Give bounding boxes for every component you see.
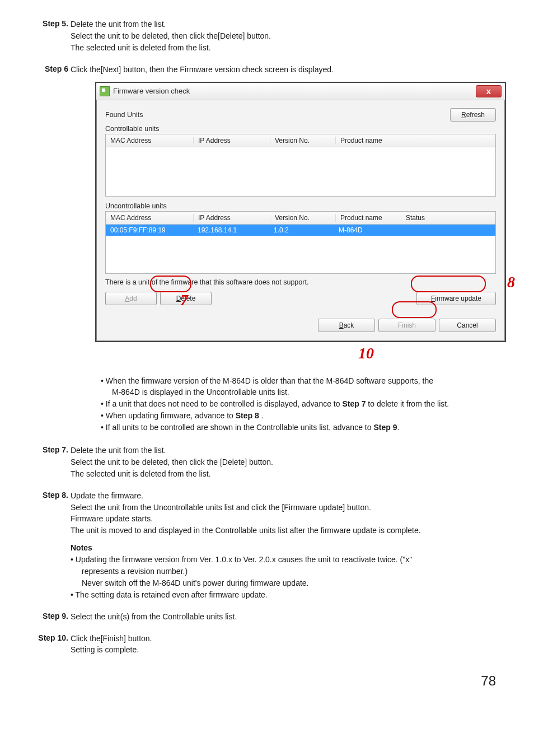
step8-line1: Update the firmware. bbox=[71, 491, 500, 501]
step5-line3: The selected unit is deleted from the li… bbox=[71, 43, 500, 53]
col-ip: IP Address bbox=[194, 137, 270, 144]
cell-prod: M-864D bbox=[334, 226, 495, 234]
list-header: MAC Address IP Address Version No. Produ… bbox=[106, 212, 495, 225]
step8-note1c: Never switch off the M-864D unit's power… bbox=[71, 578, 500, 589]
uncontrollable-units-list[interactable]: MAC Address IP Address Version No. Produ… bbox=[105, 211, 496, 274]
app-icon bbox=[100, 86, 110, 96]
step7-line3: The selected unit is deleted from the li… bbox=[71, 469, 500, 479]
step8-note1b: represents a revision number.) bbox=[71, 566, 500, 577]
list-header: MAC Address IP Address Version No. Produ… bbox=[106, 134, 495, 147]
col-prod: Product name bbox=[336, 137, 495, 144]
dialog-titlebar: Firmware version check x bbox=[96, 83, 505, 100]
step8-note2: • The setting data is retained even afte… bbox=[71, 590, 500, 600]
found-units-label: Found Units bbox=[105, 111, 143, 119]
step-label: Step 7. bbox=[34, 445, 71, 454]
step-label: Step 10. bbox=[34, 633, 71, 642]
annotation-number-8: 8 bbox=[507, 273, 515, 291]
refresh-button[interactable]: Refresh bbox=[450, 108, 496, 122]
add-button: Add bbox=[105, 292, 157, 305]
step9-line1: Select the unit(s) from the Controllable… bbox=[71, 612, 500, 622]
step6-line1: Click the[Next] button, then the Firmwar… bbox=[71, 64, 500, 75]
step7-line1: Delete the unit from the list. bbox=[71, 445, 500, 456]
step10-line2: Setting is complete. bbox=[71, 645, 500, 655]
col-prod: Product name bbox=[336, 214, 401, 222]
step5-line2: Select the unit to be deleted, then clic… bbox=[71, 31, 500, 41]
col-ver: Version No. bbox=[270, 214, 336, 222]
cell-ver: 1.0.2 bbox=[269, 226, 334, 234]
support-message: There is a unit of the firmware that thi… bbox=[105, 278, 496, 286]
table-row[interactable]: 00:05:F9:FF:89:19 192.168.14.1 1.0.2 M-8… bbox=[106, 225, 495, 236]
step10-line1: Click the[Finish] button. bbox=[71, 633, 500, 644]
firmware-update-button[interactable]: Firmware update bbox=[416, 292, 496, 305]
controllable-units-list[interactable]: MAC Address IP Address Version No. Produ… bbox=[105, 134, 496, 197]
bullet-3: • When updating firmware, advance to Ste… bbox=[101, 410, 500, 421]
step8-note1a: • Updating the firmware version from Ver… bbox=[71, 554, 500, 565]
step-label: Step 8. bbox=[34, 491, 71, 500]
col-ver: Version No. bbox=[270, 137, 336, 144]
dialog-title: Firmware version check bbox=[113, 87, 190, 95]
finish-button: Finish bbox=[378, 319, 435, 332]
firmware-dialog: Firmware version check x Found Units Ref… bbox=[95, 82, 506, 342]
col-mac: MAC Address bbox=[106, 214, 194, 222]
delete-button[interactable]: Delete bbox=[160, 292, 212, 305]
step7-line2: Select the unit to be deleted, then clic… bbox=[71, 457, 500, 468]
step5-line1: Delete the unit from the list. bbox=[71, 19, 500, 30]
notes-heading: Notes bbox=[71, 543, 500, 553]
annotation-number-10: 10 bbox=[358, 344, 534, 362]
step8-line3: Firmware update starts. bbox=[71, 514, 500, 524]
step-label: Step 9. bbox=[34, 612, 71, 620]
cell-ip: 192.168.14.1 bbox=[193, 226, 269, 234]
bullet-1b: M-864D is displayed in the Uncontrollabl… bbox=[101, 387, 500, 398]
close-icon[interactable]: x bbox=[476, 85, 502, 97]
col-status: Status bbox=[401, 214, 466, 222]
cell-mac: 00:05:F9:FF:89:19 bbox=[106, 226, 193, 234]
step-label: Step 5. bbox=[34, 19, 71, 28]
bullet-4: • If all units to be controlled are show… bbox=[101, 422, 500, 433]
col-mac: MAC Address bbox=[106, 137, 194, 144]
bullet-1: • When the firmware version of the M-864… bbox=[101, 376, 500, 386]
bullet-2: • If a unit that does not need to be con… bbox=[101, 399, 500, 409]
back-button[interactable]: Back bbox=[318, 319, 375, 332]
col-ip: IP Address bbox=[194, 214, 270, 222]
page-number: 78 bbox=[34, 673, 500, 689]
controllable-units-label: Controllable units bbox=[105, 125, 496, 133]
step-label: Step 6 bbox=[34, 64, 71, 73]
cancel-button[interactable]: Cancel bbox=[439, 319, 496, 332]
step8-line4: The unit is moved to and displayed in th… bbox=[71, 525, 500, 536]
uncontrollable-units-label: Uncontrollable units bbox=[105, 202, 496, 210]
step8-line2: Select the unit from the Uncontrollable … bbox=[71, 502, 500, 513]
